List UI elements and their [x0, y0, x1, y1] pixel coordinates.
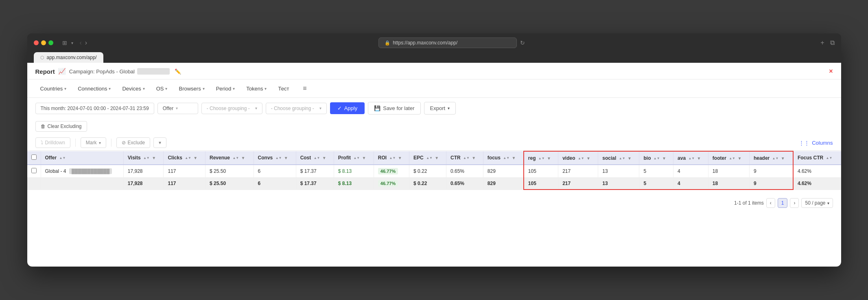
sort-icon[interactable]: ▲▼	[275, 156, 282, 160]
chevron-down-icon: ▾	[109, 86, 111, 91]
th-focus: focus ▲▼ ▼	[483, 151, 523, 165]
filter-icon[interactable]: ▼	[512, 156, 516, 160]
filter-icon[interactable]: ▼	[781, 156, 785, 161]
th-header-label: header	[754, 155, 770, 161]
nav-controls: ‹ ›	[80, 39, 87, 46]
filter-icon[interactable]: ▼	[398, 156, 402, 160]
td-focus: 829	[483, 165, 523, 178]
td-total-offer	[41, 178, 123, 190]
filter-icon[interactable]: ▼	[627, 156, 632, 161]
th-ava: ava ▲▼ ▼	[673, 151, 708, 165]
close-button[interactable]: ×	[829, 68, 833, 75]
td-convs: 6	[254, 165, 296, 178]
date-range-picker[interactable]: This month: 2024-07-01 00:00 - 2024-07-3…	[35, 103, 154, 114]
filter-icon[interactable]: ▼	[586, 156, 590, 161]
close-traffic-light[interactable]	[34, 40, 39, 45]
per-page-select[interactable]: 50 / page ▾	[801, 198, 833, 208]
sort-icon[interactable]: ▲▼	[538, 157, 545, 160]
sort-icon[interactable]: ▲▼	[772, 157, 779, 160]
filter-icon[interactable]: ▼	[697, 156, 701, 161]
add-tab-icon[interactable]: +	[820, 39, 824, 46]
video-value: 217	[562, 168, 571, 174]
sort-icon[interactable]: ▲▼	[578, 157, 584, 160]
page-number-button[interactable]: 1	[778, 198, 788, 208]
tab-os-label: OS	[156, 86, 164, 92]
total-roi: 46.77%	[378, 180, 398, 187]
td-total-roi: 46.77%	[374, 178, 409, 190]
sort-icon[interactable]: ▲▼	[232, 156, 239, 160]
table-row: Global - 4 ████████████ 17,928 117 $ 25.…	[27, 165, 841, 178]
sort-icon[interactable]: ▲▼	[503, 156, 509, 160]
sort-icon[interactable]: ▲▼	[729, 157, 735, 160]
filter-icon[interactable]: ▼	[152, 156, 156, 160]
sort-icon[interactable]: ▲▼	[654, 157, 660, 160]
window-controls: ⊞ ▾	[62, 40, 73, 46]
mark-button[interactable]: Mark ▾	[81, 137, 106, 148]
sort-icon[interactable]: ▲▼	[826, 156, 833, 160]
filter-icon[interactable]: ▼	[737, 156, 741, 161]
sort-icon[interactable]: ▲▼	[143, 156, 150, 160]
tab-os[interactable]: OS ▾	[151, 84, 173, 94]
more-options-button[interactable]: ▾	[153, 137, 166, 148]
sort-icon[interactable]: ▲▼	[353, 156, 360, 160]
drilldown-label: Drilldown	[45, 140, 65, 146]
sort-icon[interactable]: ▲▼	[688, 157, 695, 160]
sort-icon[interactable]: ▲▼	[463, 156, 470, 160]
grouping2-select[interactable]: - Choose grouping - ▾	[266, 103, 327, 114]
chart-icon: 📈	[58, 68, 66, 75]
tab-test[interactable]: Тест	[273, 84, 294, 94]
th-offer: Offer ▲▼	[41, 151, 123, 165]
maximize-traffic-light[interactable]	[48, 40, 53, 45]
filter-icon[interactable]: ▼	[662, 156, 666, 161]
th-visits: Visits ▲▼ ▼	[123, 151, 164, 165]
next-page-button[interactable]: ›	[790, 198, 799, 208]
epc-value: $ 0.22	[413, 168, 427, 174]
export-label: Export	[430, 105, 446, 111]
filter-icon[interactable]: ▼	[362, 156, 366, 160]
filter-icon[interactable]: ▼	[435, 156, 439, 160]
tab-countries[interactable]: Countries ▾	[35, 84, 72, 94]
hamburger-menu[interactable]: ≡	[298, 83, 311, 94]
minimize-traffic-light[interactable]	[41, 40, 46, 45]
edit-icon[interactable]: ✏️	[175, 68, 181, 75]
sort-icon[interactable]: ▲▼	[389, 156, 396, 160]
tab-browsers[interactable]: Browsers ▾	[174, 84, 209, 94]
select-all-checkbox[interactable]	[31, 154, 37, 160]
tab-devices[interactable]: Devices ▾	[117, 84, 149, 94]
exclude-button[interactable]: ⊘ Exclude	[116, 137, 151, 148]
filter-icon[interactable]: ▼	[472, 156, 476, 160]
save-button[interactable]: 💾 Save for later	[368, 102, 420, 115]
forward-icon[interactable]: ›	[85, 39, 87, 46]
browser-tab[interactable]: ⬡ app.maxconv.com/app/	[34, 52, 103, 63]
filter-icon[interactable]: ▼	[322, 156, 326, 160]
sort-icon[interactable]: ▲▼	[426, 156, 433, 160]
tab-connections[interactable]: Connections ▾	[73, 84, 116, 94]
sort-icon[interactable]: ▲▼	[619, 157, 625, 160]
export-button[interactable]: Export ▾	[424, 102, 456, 115]
th-roi-label: ROI	[378, 155, 387, 161]
tab-tokens[interactable]: Tokens ▾	[241, 84, 271, 94]
url-field[interactable]: 🔒 https://app.maxconv.com/app/	[378, 38, 517, 48]
back-icon[interactable]: ‹	[80, 39, 82, 46]
sort-icon[interactable]: ▲▼	[314, 156, 320, 160]
sort-icon[interactable]: ▲▼	[59, 156, 66, 160]
reload-button[interactable]: ↻	[520, 40, 525, 46]
drilldown-button[interactable]: ⤵ Drilldown	[35, 137, 70, 148]
td-focus-ctr: 4.62%	[793, 165, 841, 178]
apply-button[interactable]: ✓ Apply	[330, 102, 365, 114]
prev-page-button[interactable]: ‹	[766, 198, 775, 208]
offer-select[interactable]: Offer ▾	[157, 103, 198, 114]
grouping1-select[interactable]: - Choose grouping - ▾	[201, 103, 262, 114]
sort-icon[interactable]: ▲▼	[185, 156, 191, 160]
filter-icon[interactable]: ▼	[547, 156, 551, 161]
window-icon[interactable]: ⧉	[830, 39, 835, 46]
tab-period[interactable]: Period ▾	[211, 84, 240, 94]
clear-excluding-button[interactable]: 🗑 Clear Excluding	[35, 121, 87, 132]
filter-icon[interactable]: ▼	[284, 156, 288, 160]
columns-button[interactable]: ⋮⋮ Columns	[799, 140, 833, 146]
total-social: 13	[602, 181, 608, 186]
td-offer: Global - 4 ████████████	[41, 165, 123, 178]
filter-icon[interactable]: ▼	[241, 156, 245, 160]
row-checkbox[interactable]	[31, 168, 37, 173]
filter-icon[interactable]: ▼	[193, 156, 197, 160]
